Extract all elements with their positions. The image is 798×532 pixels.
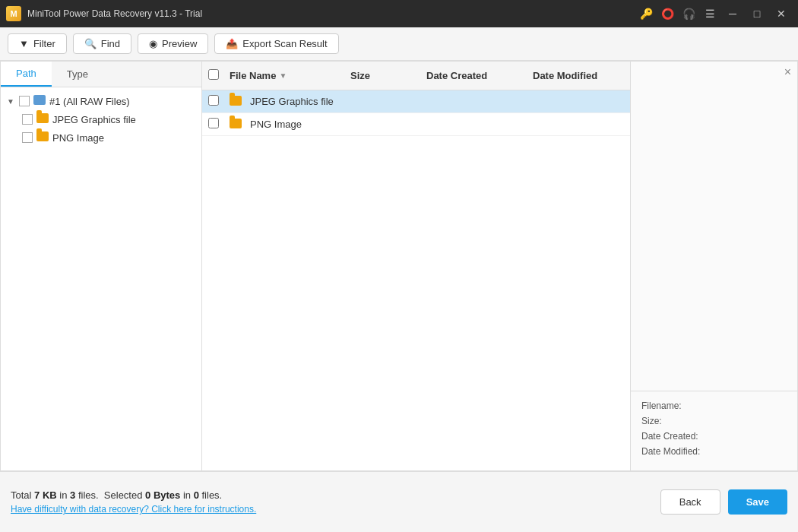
- key-icon[interactable]: 🔑: [637, 5, 655, 23]
- menu-icon[interactable]: ☰: [701, 5, 719, 23]
- tree-item-png[interactable]: PNG Image: [1, 128, 201, 147]
- back-button[interactable]: Back: [660, 489, 720, 515]
- preview-image-area: [631, 62, 797, 391]
- find-button[interactable]: 🔍 Find: [73, 33, 131, 54]
- export-button[interactable]: 📤 Export Scan Result: [214, 33, 338, 54]
- export-icon: 📤: [226, 38, 238, 49]
- status-left: Total 7 KB in 3 files. Selected 0 Bytes …: [11, 489, 256, 515]
- preview-date-created-label: Date Created:: [641, 431, 710, 442]
- png-folder-icon: [36, 131, 49, 144]
- title-bar-controls: 🔑 ⭕ 🎧 ☰ ─ □ ✕: [637, 5, 792, 23]
- close-button[interactable]: ✕: [771, 5, 792, 23]
- status-summary: Total 7 KB in 3 files. Selected 0 Bytes …: [11, 489, 256, 501]
- file-tree: ▼ #1 (All RAW Files) JPEG Graphics file: [1, 87, 201, 151]
- table-row[interactable]: PNG Image: [202, 113, 630, 136]
- preview-label: Preview: [162, 38, 197, 49]
- row-checkbox-jpeg: [208, 95, 230, 108]
- jpeg-row-name: JPEG Graphics file: [250, 96, 350, 107]
- maximize-button[interactable]: □: [746, 5, 768, 23]
- find-label: Find: [101, 38, 120, 49]
- app-title: MiniTool Power Data Recovery v11.3 - Tri…: [27, 8, 202, 19]
- preview-button[interactable]: ◉ Preview: [138, 33, 208, 54]
- filter-button[interactable]: ▼ Filter: [8, 33, 67, 54]
- filter-label: Filter: [33, 38, 55, 49]
- png-row-name: PNG Image: [250, 119, 350, 130]
- select-all-checkbox[interactable]: [208, 69, 219, 80]
- col-size-header[interactable]: Size: [350, 70, 426, 81]
- status-bar: Total 7 KB in 3 files. Selected 0 Bytes …: [0, 471, 798, 532]
- jpeg-row-checkbox[interactable]: [208, 95, 219, 106]
- preview-size-row: Size:: [641, 416, 787, 426]
- tab-path[interactable]: Path: [1, 62, 52, 87]
- tree-root-label: #1 (All RAW Files): [49, 96, 130, 107]
- tree-root-item[interactable]: ▼ #1 (All RAW Files): [1, 92, 201, 110]
- save-button[interactable]: Save: [728, 489, 787, 515]
- tab-type[interactable]: Type: [52, 62, 103, 87]
- minimize-button[interactable]: ─: [722, 5, 743, 23]
- toolbar: ▼ Filter 🔍 Find ◉ Preview 📤 Export Scan …: [0, 27, 798, 61]
- png-row-checkbox[interactable]: [208, 118, 219, 128]
- file-list: JPEG Graphics file PNG Image: [202, 90, 630, 470]
- file-list-header: File Name ▼ Size Date Created Date Modif…: [202, 62, 630, 90]
- hdd-icon: [33, 95, 46, 107]
- tree-label-png: PNG Image: [52, 132, 104, 144]
- root-checkbox[interactable]: [19, 96, 30, 106]
- preview-size-label: Size:: [641, 416, 710, 426]
- find-icon: 🔍: [84, 38, 97, 49]
- filter-icon: ▼: [19, 38, 29, 49]
- preview-date-created-row: Date Created:: [641, 431, 787, 442]
- col-date-created-header[interactable]: Date Created: [426, 70, 533, 81]
- title-bar-left: M MiniTool Power Data Recovery v11.3 - T…: [6, 6, 202, 21]
- export-label: Export Scan Result: [242, 38, 327, 49]
- headphone-icon[interactable]: 🎧: [679, 5, 698, 23]
- preview-icon: ◉: [149, 38, 157, 49]
- preview-date-modified-row: Date Modified:: [641, 446, 787, 457]
- tree-item-jpeg[interactable]: JPEG Graphics file: [1, 110, 201, 128]
- jpeg-row-folder-icon: [230, 96, 245, 108]
- circle-icon[interactable]: ⭕: [658, 5, 676, 23]
- sidebar: Path Type ▼ #1 (All RAW Files): [1, 62, 202, 470]
- content-pane: File Name ▼ Size Date Created Date Modif…: [202, 62, 630, 470]
- app-logo-icon: M: [6, 6, 21, 21]
- row-checkbox-png: [208, 118, 230, 131]
- main-content: Path Type ▼ #1 (All RAW Files): [0, 61, 798, 471]
- help-link[interactable]: Have difficulty with data recovery? Clic…: [11, 504, 256, 515]
- preview-filename-label: Filename:: [641, 401, 710, 411]
- jpeg-checkbox[interactable]: [22, 114, 33, 125]
- png-row-folder-icon: [230, 119, 245, 131]
- preview-info-panel: Filename: Size: Date Created: Date Modif…: [631, 391, 797, 470]
- preview-filename-row: Filename:: [641, 401, 787, 411]
- col-filename-header[interactable]: File Name ▼: [230, 70, 350, 81]
- preview-pane: × Filename: Size: Date Created: Da: [630, 62, 797, 470]
- tab-bar: Path Type: [1, 62, 201, 87]
- close-preview-button[interactable]: ×: [784, 66, 791, 78]
- jpeg-folder-icon: [36, 113, 49, 125]
- col-date-modified-header[interactable]: Date Modified: [533, 70, 624, 81]
- png-checkbox[interactable]: [22, 132, 33, 143]
- status-buttons: Back Save: [660, 489, 787, 515]
- title-bar: M MiniTool Power Data Recovery v11.3 - T…: [0, 0, 798, 27]
- table-row[interactable]: JPEG Graphics file: [202, 90, 630, 113]
- tree-label-jpeg: JPEG Graphics file: [52, 114, 136, 125]
- preview-date-modified-label: Date Modified:: [641, 446, 710, 457]
- header-checkbox-col: [208, 69, 230, 82]
- sort-icon: ▼: [279, 71, 287, 80]
- panel-area: Path Type ▼ #1 (All RAW Files): [0, 61, 798, 471]
- expand-icon: ▼: [7, 97, 17, 106]
